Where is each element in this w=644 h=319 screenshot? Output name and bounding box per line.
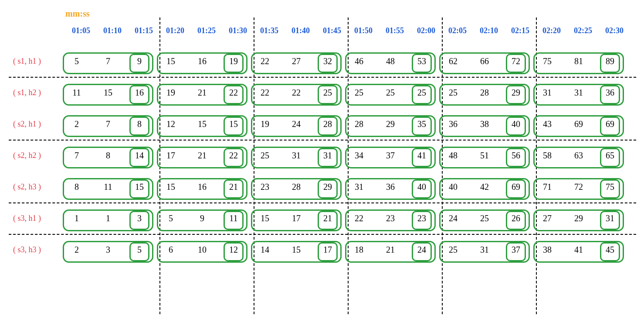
cell-6-6: 14 bbox=[249, 239, 281, 261]
cell-4-16: 72 bbox=[563, 176, 594, 198]
cell-2-4: 15 bbox=[186, 113, 218, 135]
cell-0-4: 16 bbox=[186, 50, 218, 72]
cell-3-13: 51 bbox=[469, 144, 500, 166]
row-label-3: ( s2, h2 ) bbox=[9, 151, 61, 160]
cell-1-15: 31 bbox=[532, 82, 563, 103]
cell-4-14: 69 bbox=[500, 176, 532, 198]
time-header-2: 01:15 bbox=[128, 26, 159, 35]
cell-0-6: 22 bbox=[249, 50, 281, 72]
cell-4-7: 28 bbox=[281, 176, 312, 198]
mmss-label: mm:ss bbox=[65, 9, 90, 19]
cell-6-14: 37 bbox=[500, 239, 532, 261]
time-header-17: 02:30 bbox=[599, 26, 630, 35]
cell-6-3: 6 bbox=[155, 239, 186, 261]
cell-3-2: 14 bbox=[124, 144, 155, 166]
cell-2-12: 36 bbox=[437, 113, 469, 135]
time-header-3: 01:20 bbox=[159, 26, 191, 35]
time-header-10: 01:55 bbox=[379, 26, 410, 35]
cell-3-12: 48 bbox=[437, 144, 469, 166]
cells-wrap-2: 278121515192428282935363840436969 bbox=[61, 113, 626, 135]
cell-2-15: 43 bbox=[532, 113, 563, 135]
data-row-6: ( s3, h3 )235610121415171821242531373841… bbox=[9, 237, 626, 263]
cell-2-10: 29 bbox=[375, 113, 406, 135]
cell-1-0: 11 bbox=[61, 82, 92, 103]
cell-1-14: 29 bbox=[500, 82, 532, 103]
cell-2-11: 35 bbox=[406, 113, 437, 135]
data-row-3: ( s2, h2 )781417212225313134374148515658… bbox=[9, 142, 626, 168]
time-header-0: 01:05 bbox=[65, 26, 97, 35]
row-label-5: ( s3, h1 ) bbox=[9, 214, 61, 223]
cell-0-17: 89 bbox=[594, 50, 626, 72]
cell-3-4: 21 bbox=[186, 144, 218, 166]
row-label-6: ( s3, h3 ) bbox=[9, 245, 61, 254]
row-label-0: ( s1, h1 ) bbox=[9, 57, 61, 66]
cell-4-2: 15 bbox=[124, 176, 155, 198]
time-header-4: 01:25 bbox=[191, 26, 222, 35]
cell-5-13: 25 bbox=[469, 207, 500, 229]
cell-0-16: 81 bbox=[563, 50, 594, 72]
cell-5-2: 3 bbox=[124, 207, 155, 229]
cell-3-17: 65 bbox=[594, 144, 626, 166]
cell-1-7: 22 bbox=[281, 82, 312, 103]
cell-5-1: 1 bbox=[92, 207, 124, 229]
cell-2-13: 38 bbox=[469, 113, 500, 135]
cell-1-4: 21 bbox=[186, 82, 218, 103]
time-header-13: 02:10 bbox=[473, 26, 505, 35]
cells-wrap-5: 1135911151721222323242526272931 bbox=[61, 207, 626, 229]
row-label-4: ( s2, h3 ) bbox=[9, 182, 61, 192]
cell-5-5: 11 bbox=[218, 207, 249, 229]
horizontal-divider-2 bbox=[9, 202, 636, 203]
cell-6-4: 10 bbox=[186, 239, 218, 261]
cell-5-11: 23 bbox=[406, 207, 437, 229]
cell-0-13: 66 bbox=[469, 50, 500, 72]
cell-1-11: 25 bbox=[406, 82, 437, 103]
data-row-4: ( s2, h3 )811151516212328293136404042697… bbox=[9, 174, 626, 200]
cell-3-0: 7 bbox=[61, 144, 92, 166]
cell-1-2: 16 bbox=[124, 82, 155, 103]
cell-6-7: 15 bbox=[281, 239, 312, 261]
cell-3-1: 8 bbox=[92, 144, 124, 166]
cell-1-8: 25 bbox=[312, 82, 343, 103]
cell-5-14: 26 bbox=[500, 207, 532, 229]
time-header-6: 01:35 bbox=[254, 26, 285, 35]
cell-1-3: 19 bbox=[155, 82, 186, 103]
cell-4-6: 23 bbox=[249, 176, 281, 198]
time-header-16: 02:25 bbox=[567, 26, 599, 35]
cell-5-7: 17 bbox=[281, 207, 312, 229]
cell-1-10: 25 bbox=[375, 82, 406, 103]
cell-2-14: 40 bbox=[500, 113, 532, 135]
cell-4-11: 40 bbox=[406, 176, 437, 198]
cell-0-0: 5 bbox=[61, 50, 92, 72]
cell-2-3: 12 bbox=[155, 113, 186, 135]
cell-2-16: 69 bbox=[563, 113, 594, 135]
cell-3-3: 17 bbox=[155, 144, 186, 166]
cell-1-5: 22 bbox=[218, 82, 249, 103]
cell-5-17: 31 bbox=[594, 207, 626, 229]
cell-6-8: 17 bbox=[312, 239, 343, 261]
horizontal-divider-1 bbox=[9, 140, 636, 141]
cell-0-5: 19 bbox=[218, 50, 249, 72]
cell-4-8: 29 bbox=[312, 176, 343, 198]
row-label-2: ( s2, h1 ) bbox=[9, 120, 61, 129]
cell-3-6: 25 bbox=[249, 144, 281, 166]
cell-6-17: 45 bbox=[594, 239, 626, 261]
cell-6-10: 21 bbox=[375, 239, 406, 261]
time-header-12: 02:05 bbox=[442, 26, 473, 35]
cell-3-10: 37 bbox=[375, 144, 406, 166]
data-row-0: ( s1, h1 )579151619222732464853626672758… bbox=[9, 48, 626, 74]
cell-1-12: 25 bbox=[437, 82, 469, 103]
horizontal-divider-3 bbox=[9, 234, 636, 235]
cell-5-16: 29 bbox=[563, 207, 594, 229]
cell-3-8: 31 bbox=[312, 144, 343, 166]
cell-5-0: 1 bbox=[61, 207, 92, 229]
cell-5-10: 23 bbox=[375, 207, 406, 229]
cells-wrap-4: 81115151621232829313640404269717275 bbox=[61, 176, 626, 198]
cells-wrap-0: 579151619222732464853626672758189 bbox=[61, 50, 626, 72]
cell-6-5: 12 bbox=[218, 239, 249, 261]
cell-2-17: 69 bbox=[594, 113, 626, 135]
cell-1-1: 15 bbox=[92, 82, 124, 103]
cell-0-1: 7 bbox=[92, 50, 124, 72]
cell-4-5: 21 bbox=[218, 176, 249, 198]
cell-2-5: 15 bbox=[218, 113, 249, 135]
cell-0-15: 75 bbox=[532, 50, 563, 72]
